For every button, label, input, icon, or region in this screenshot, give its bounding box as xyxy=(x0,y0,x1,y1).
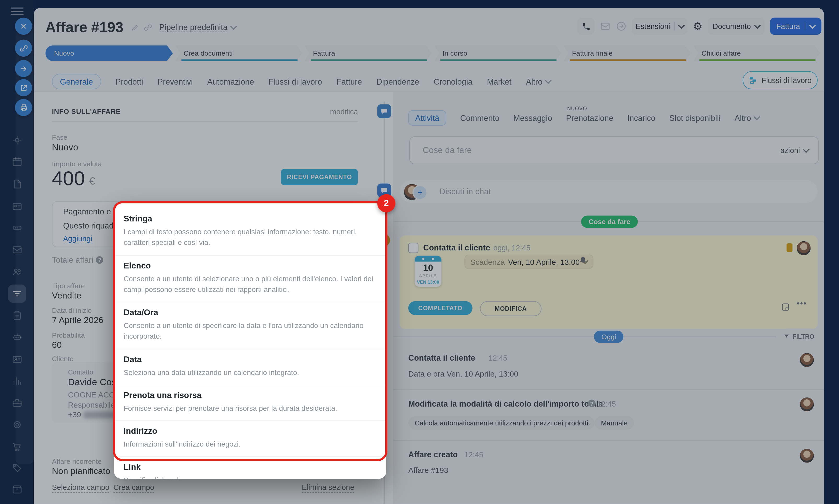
field-type-option-link[interactable]: Link Specifica link web. xyxy=(114,457,386,479)
field-type-option-elenco[interactable]: Elenco Consente a un utente di seleziona… xyxy=(114,255,386,302)
option-desc: I campi di testo possono contenere quals… xyxy=(124,227,377,249)
crm-deal-page: Affare #193 Pipeline predefinita Estensi… xyxy=(0,0,839,504)
field-type-option-prenota[interactable]: Prenota una risorsa Fornisce servizi per… xyxy=(114,385,386,421)
annotation-step-badge: 2 xyxy=(377,194,395,213)
field-type-popup: Stringa I campi di testo possono contene… xyxy=(114,202,386,479)
option-desc: Fornisce servizi per prenotare una risor… xyxy=(124,403,377,414)
option-title: Stringa xyxy=(124,214,377,223)
field-type-option-data-ora[interactable]: Data/Ora Consente a un utente di specifi… xyxy=(114,302,386,349)
field-type-option-indirizzo[interactable]: Indirizzo Informazioni sull'indirizzo de… xyxy=(114,421,386,457)
option-desc: Informazioni sull'indirizzo dei negozi. xyxy=(124,439,377,450)
option-title: Elenco xyxy=(124,261,377,271)
option-desc: Specifica link web. xyxy=(124,475,377,479)
field-type-option-stringa[interactable]: Stringa I campi di testo possono contene… xyxy=(114,209,386,255)
field-type-option-data[interactable]: Data Seleziona una data utilizzando un c… xyxy=(114,349,386,385)
option-title: Link xyxy=(124,462,377,472)
option-desc: Consente a un utente di specificare la d… xyxy=(124,320,377,342)
option-title: Data/Ora xyxy=(124,308,377,317)
option-desc: Seleziona una data utilizzando un calend… xyxy=(124,367,377,378)
option-title: Prenota una risorsa xyxy=(124,391,377,400)
option-title: Indirizzo xyxy=(124,427,377,436)
option-title: Data xyxy=(124,354,377,364)
option-desc: Consente a un utente di selezionare uno … xyxy=(124,274,377,295)
